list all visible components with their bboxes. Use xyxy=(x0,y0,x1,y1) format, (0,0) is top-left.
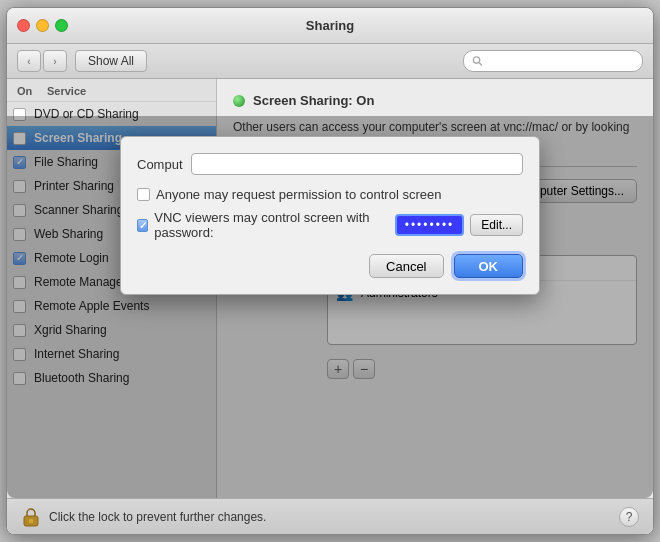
vnc-row: ✓ VNC viewers may control screen with pa… xyxy=(137,210,523,240)
vnc-label: VNC viewers may control screen with pass… xyxy=(154,210,388,240)
svg-point-0 xyxy=(473,57,479,63)
col-header-on: On xyxy=(17,85,47,97)
request-permission-label: Anyone may request permission to control… xyxy=(156,187,441,202)
computer-name-field[interactable] xyxy=(191,153,523,175)
main-content: Comput Anyone may request permission to … xyxy=(7,79,653,498)
back-button[interactable]: ‹ xyxy=(17,50,41,72)
search-input[interactable] xyxy=(487,54,634,68)
svg-rect-3 xyxy=(29,519,33,523)
window-title: Sharing xyxy=(306,18,354,33)
sidebar-header: On Service xyxy=(7,79,216,102)
cancel-button[interactable]: Cancel xyxy=(369,254,443,278)
vnc-checkbox[interactable]: ✓ xyxy=(137,219,148,232)
svg-line-1 xyxy=(479,63,482,66)
close-button[interactable] xyxy=(17,19,30,32)
minimize-button[interactable] xyxy=(36,19,49,32)
status-row: Screen Sharing: On xyxy=(233,93,637,108)
vnc-password-field[interactable]: •••••••• xyxy=(395,214,465,236)
maximize-button[interactable] xyxy=(55,19,68,32)
status-dot xyxy=(233,95,245,107)
computer-name-row: Comput xyxy=(137,153,523,175)
toolbar: ‹ › Show All xyxy=(7,44,653,79)
request-permission-checkbox[interactable] xyxy=(137,188,150,201)
computer-name-label: Comput xyxy=(137,157,183,172)
col-header-service: Service xyxy=(47,85,86,97)
edit-button[interactable]: Edit... xyxy=(470,214,523,236)
lock-text: Click the lock to prevent further change… xyxy=(49,510,266,524)
search-icon xyxy=(472,55,483,67)
computer-settings-sheet: Comput Anyone may request permission to … xyxy=(120,136,540,295)
lock-icon[interactable] xyxy=(21,506,41,528)
forward-button[interactable]: › xyxy=(43,50,67,72)
sharing-window: Sharing ‹ › Show All Comput xyxy=(6,7,654,535)
status-text: Screen Sharing: On xyxy=(253,93,374,108)
bottom-bar: Click the lock to prevent further change… xyxy=(7,498,653,534)
ok-button[interactable]: OK xyxy=(454,254,524,278)
request-permission-row: Anyone may request permission to control… xyxy=(137,187,523,202)
titlebar: Sharing xyxy=(7,8,653,44)
show-all-button[interactable]: Show All xyxy=(75,50,147,72)
modal-overlay: Comput Anyone may request permission to … xyxy=(7,116,653,498)
help-button[interactable]: ? xyxy=(619,507,639,527)
search-box xyxy=(463,50,643,72)
nav-buttons: ‹ › xyxy=(17,50,67,72)
modal-buttons: Cancel OK xyxy=(137,254,523,278)
traffic-lights xyxy=(17,19,68,32)
lock-area: Click the lock to prevent further change… xyxy=(21,506,266,528)
